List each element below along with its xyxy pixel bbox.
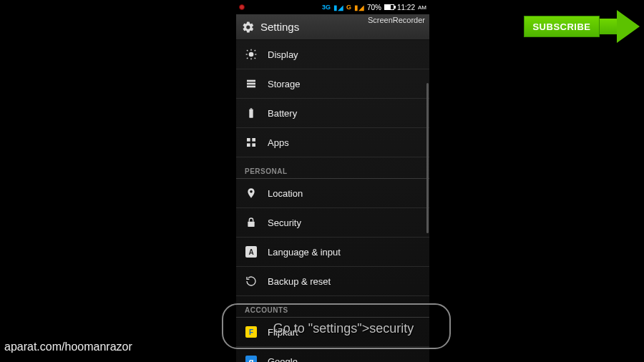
svg-line-6 <box>255 58 255 59</box>
page-title: Settings <box>260 21 299 33</box>
settings-row-language[interactable]: A Language & input <box>236 238 429 267</box>
svg-rect-14 <box>247 138 250 142</box>
svg-line-7 <box>247 58 248 59</box>
subscribe-button[interactable]: SUBSCRIBE <box>524 16 600 37</box>
section-header-accounts: ACCOUNTS <box>236 296 429 318</box>
svg-rect-16 <box>247 143 250 147</box>
row-label: Apps <box>268 137 289 148</box>
row-label: Google <box>268 356 298 363</box>
svg-line-8 <box>255 50 255 51</box>
gear-icon <box>242 21 255 34</box>
network-3g-label: 3G <box>322 4 331 11</box>
location-icon <box>245 187 258 200</box>
settings-row-security[interactable]: Security <box>236 208 429 238</box>
svg-rect-15 <box>252 138 255 142</box>
signal-bars-1-icon: ▮◢ <box>333 4 343 11</box>
row-label: Flipkart <box>268 327 298 338</box>
row-label: Battery <box>268 108 297 119</box>
language-icon: A <box>245 245 258 258</box>
screen-recorder-label: ScreenRecorder <box>368 16 425 24</box>
svg-rect-9 <box>247 80 255 82</box>
section-header-personal: PERSONAL <box>236 157 429 179</box>
app-header: Settings ScreenRecorder <box>236 14 429 40</box>
svg-rect-12 <box>249 109 253 118</box>
settings-row-flipkart[interactable]: F Flipkart <box>236 318 429 347</box>
settings-row-display[interactable]: Display <box>236 40 429 69</box>
arrow-body <box>600 19 618 34</box>
clock-ampm: AM <box>418 4 426 11</box>
svg-rect-10 <box>247 83 255 85</box>
battery-percent: 70% <box>367 4 381 11</box>
clock-time: 11:22 <box>397 4 415 11</box>
svg-rect-11 <box>247 86 255 88</box>
row-label: Security <box>268 217 301 228</box>
google-icon: g <box>245 355 258 362</box>
svg-rect-13 <box>250 108 253 109</box>
settings-row-storage[interactable]: Storage <box>236 69 429 99</box>
arrow-head-icon <box>617 10 640 43</box>
row-label: Location <box>268 188 303 199</box>
network-g-label: G <box>346 4 351 11</box>
svg-line-5 <box>247 50 248 51</box>
svg-rect-17 <box>252 143 255 147</box>
settings-row-google[interactable]: g Google <box>236 347 429 362</box>
phone-screen: 3G ▮◢ G ▮◢ 70% 11:22 AM Settings ScreenR… <box>236 0 429 362</box>
video-watermark: aparat.com/hoomanrazor <box>4 341 132 353</box>
settings-row-apps[interactable]: Apps <box>236 128 429 157</box>
svg-point-0 <box>249 52 254 57</box>
brightness-icon <box>245 48 258 61</box>
flipkart-icon: F <box>245 326 258 338</box>
battery-icon <box>245 107 258 119</box>
svg-rect-18 <box>248 222 254 227</box>
settings-row-location[interactable]: Location <box>236 179 429 208</box>
subscribe-label: SUBSCRIBE <box>532 21 590 32</box>
storage-icon <box>245 77 258 90</box>
row-label: Display <box>268 49 298 60</box>
row-label: Backup & reset <box>268 276 331 287</box>
row-label: Language & input <box>268 247 341 258</box>
row-label: Storage <box>268 79 301 89</box>
status-bar: 3G ▮◢ G ▮◢ 70% 11:22 AM <box>236 0 429 14</box>
settings-row-battery[interactable]: Battery <box>236 99 429 128</box>
lock-icon <box>245 216 258 229</box>
scrollbar[interactable] <box>426 83 429 233</box>
backup-icon <box>245 275 258 288</box>
settings-list[interactable]: Display Storage Battery Apps PERSONAL <box>236 40 429 362</box>
settings-row-backup[interactable]: Backup & reset <box>236 267 429 296</box>
signal-bars-2-icon: ▮◢ <box>354 4 364 11</box>
apps-icon <box>245 136 258 149</box>
battery-icon <box>384 4 394 10</box>
recording-indicator-icon <box>239 4 245 10</box>
